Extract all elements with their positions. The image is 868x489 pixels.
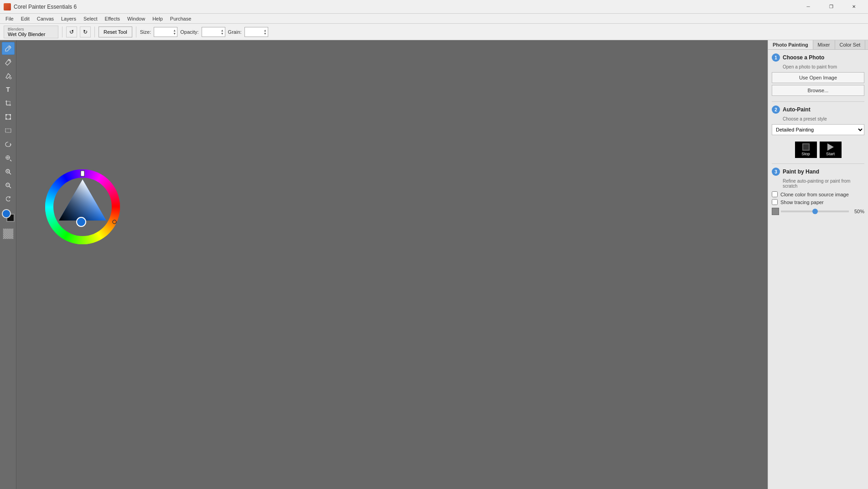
menu-window[interactable]: Window <box>124 15 149 22</box>
section2-number: 2 <box>772 105 780 114</box>
color-swatch-area <box>2 209 15 225</box>
show-tracing-row: Show tracing paper <box>772 199 864 205</box>
stop-button[interactable]: Stop <box>795 142 817 158</box>
svg-point-2 <box>10 77 11 79</box>
section-auto-paint: 2 Auto-Paint Choose a preset style Detai… <box>772 105 864 158</box>
menu-file[interactable]: File <box>2 15 17 22</box>
tracing-slider-row: 50% <box>772 208 864 215</box>
main-layout: T <box>0 40 868 489</box>
menu-edit[interactable]: Edit <box>17 15 33 22</box>
section2-header: 2 Auto-Paint <box>772 105 864 114</box>
stop-label: Stop <box>801 152 810 156</box>
reset-tool-button[interactable]: Reset Tool <box>99 26 132 37</box>
svg-line-22 <box>9 186 11 188</box>
opacity-up-arrow[interactable]: ▲ <box>221 29 224 32</box>
start-button[interactable]: Start <box>820 142 842 158</box>
grain-label: Grain: <box>228 29 242 35</box>
tab-photo-painting[interactable]: Photo Painting <box>768 40 813 49</box>
section3-title: Paint by Hand <box>783 168 819 175</box>
toolbar: Blenders Wet Oily Blender ↺ ↻ Reset Tool… <box>0 24 868 40</box>
clone-color-checkbox[interactable] <box>772 191 778 197</box>
toolbar-separator-1 <box>62 26 62 37</box>
paper-texture-button[interactable] <box>3 228 14 239</box>
section1-number: 1 <box>772 53 780 62</box>
right-panel: Photo Painting Mixer Color Set 1 Choose … <box>768 40 868 489</box>
panel-tabs: Photo Painting Mixer Color Set <box>768 40 868 50</box>
menu-purchase[interactable]: Purchase <box>166 15 195 22</box>
section1-title: Choose a Photo <box>783 54 824 61</box>
paint-bucket-tool-button[interactable] <box>2 69 15 82</box>
close-button[interactable]: ✕ <box>843 0 864 14</box>
opacity-down-arrow[interactable]: ▼ <box>221 32 224 35</box>
section3-header: 3 Paint by Hand <box>772 168 864 176</box>
tracing-opacity-slider[interactable] <box>781 210 849 212</box>
opacity-spinbox[interactable]: 100% ▲ ▼ <box>202 27 225 37</box>
svg-rect-9 <box>10 114 11 116</box>
grain-up-arrow[interactable]: ▲ <box>264 29 267 32</box>
size-input[interactable]: 20.0 <box>156 29 172 35</box>
section-choose-photo: 1 Choose a Photo Open a photo to paint f… <box>772 53 864 96</box>
opacity-arrows: ▲ ▼ <box>221 29 224 35</box>
crop-tool-button[interactable] <box>2 97 15 110</box>
size-up-arrow[interactable]: ▲ <box>173 29 176 32</box>
lasso-tool-button[interactable] <box>2 138 15 151</box>
preset-style-select[interactable]: Detailed Painting Impressionist Watercol… <box>772 124 864 135</box>
rotate-right-button[interactable]: ↻ <box>80 26 91 37</box>
opacity-input[interactable]: 100% <box>204 29 220 35</box>
text-tool-button[interactable]: T <box>2 83 15 96</box>
tab-mixer[interactable]: Mixer <box>813 40 835 49</box>
tracing-opacity-value: 50% <box>851 209 864 214</box>
app-icon <box>4 3 11 11</box>
section1-subtitle: Open a photo to paint from <box>783 64 864 69</box>
zoom-out-tool-button[interactable] <box>2 179 15 192</box>
grain-arrows: ▲ ▼ <box>264 29 267 35</box>
minimize-button[interactable]: ─ <box>798 0 819 14</box>
start-label: Start <box>826 152 835 156</box>
stop-icon <box>802 143 810 151</box>
grain-spinbox[interactable]: 40% ▲ ▼ <box>244 27 268 37</box>
menu-select[interactable]: Select <box>80 15 101 22</box>
rectangle-select-tool-button[interactable] <box>2 124 15 137</box>
section-paint-by-hand: 3 Paint by Hand Refine auto-painting or … <box>772 168 864 215</box>
browse-button[interactable]: Browse... <box>772 85 864 96</box>
color-wheel-container <box>44 168 121 246</box>
play-icon <box>827 143 834 151</box>
title-bar: Corel Painter Essentials 6 ─ ❐ ✕ <box>0 0 868 14</box>
toolbar-separator-3 <box>136 26 136 37</box>
canvas-area[interactable] <box>16 40 768 489</box>
divider-2 <box>772 163 864 164</box>
menu-effects[interactable]: Effects <box>101 15 124 22</box>
show-tracing-checkbox[interactable] <box>772 199 778 205</box>
section2-subtitle: Choose a preset style <box>783 116 864 121</box>
eyedropper-tool-button[interactable] <box>2 56 15 68</box>
menu-help[interactable]: Help <box>149 15 166 22</box>
foreground-color-swatch[interactable] <box>2 209 11 218</box>
svg-line-16 <box>10 160 11 161</box>
svg-rect-8 <box>5 114 7 116</box>
brush-selector[interactable]: Blenders Wet Oily Blender <box>4 26 58 38</box>
section3-subtitle: Refine auto-painting or paint from scrat… <box>783 179 864 189</box>
transform-tool-button[interactable] <box>2 110 15 123</box>
opacity-label: Opacity: <box>180 29 198 35</box>
brush-category-label: Blenders <box>8 27 54 32</box>
restore-button[interactable]: ❐ <box>821 0 842 14</box>
clone-tool-button[interactable] <box>2 152 15 164</box>
magnifier-tool-button[interactable] <box>2 165 15 178</box>
auto-paint-controls: Stop Start <box>772 142 864 158</box>
rotate-canvas-tool-button[interactable] <box>2 193 15 205</box>
menu-layers[interactable]: Layers <box>57 15 80 22</box>
rotate-left-button[interactable]: ↺ <box>66 26 77 37</box>
tool-panel: T <box>0 40 16 489</box>
tab-color-set[interactable]: Color Set <box>835 40 866 49</box>
section2-title: Auto-Paint <box>783 106 811 113</box>
size-down-arrow[interactable]: ▼ <box>173 32 176 35</box>
size-spinbox[interactable]: 20.0 ▲ ▼ <box>154 27 177 37</box>
grain-input[interactable]: 40% <box>247 29 263 35</box>
window-controls: ─ ❐ ✕ <box>798 0 864 14</box>
use-open-image-button[interactable]: Use Open Image <box>772 72 864 83</box>
grain-down-arrow[interactable]: ▼ <box>264 32 267 35</box>
brush-tool-button[interactable] <box>2 42 15 55</box>
menu-canvas[interactable]: Canvas <box>33 15 57 22</box>
size-arrows: ▲ ▼ <box>173 29 176 35</box>
clone-color-row: Clone color from source image <box>772 191 864 197</box>
